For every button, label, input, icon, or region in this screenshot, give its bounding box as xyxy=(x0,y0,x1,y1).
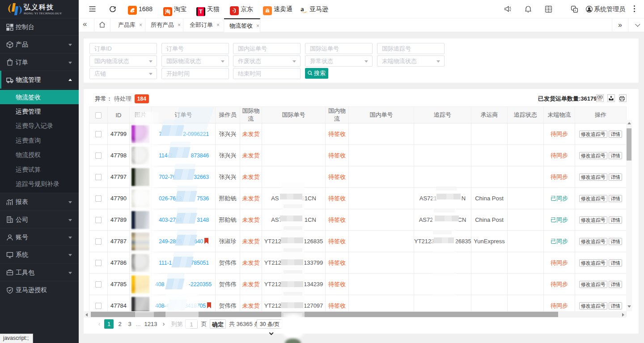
svg-text:a: a xyxy=(301,5,304,13)
